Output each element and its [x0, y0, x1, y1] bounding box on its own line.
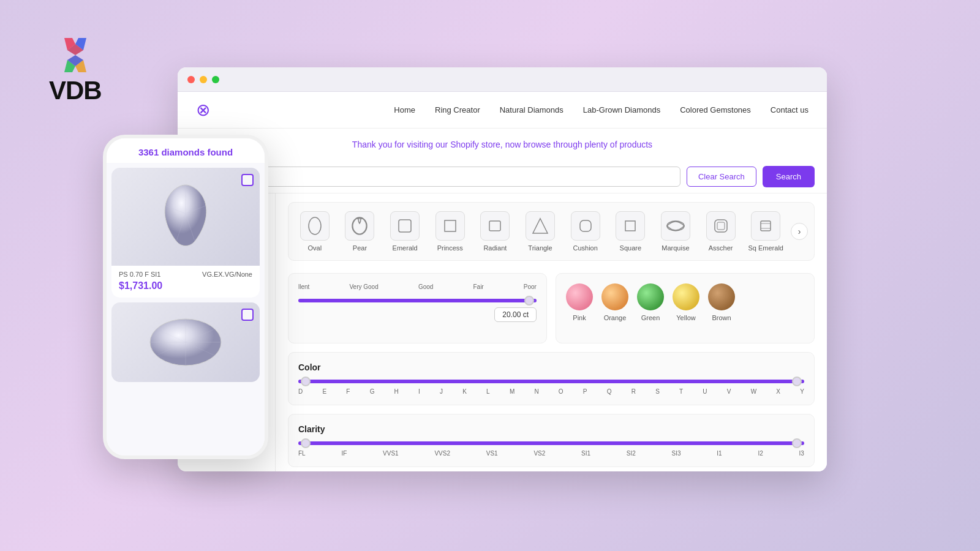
- color-title: Color: [298, 362, 804, 372]
- svg-rect-9: [489, 221, 500, 231]
- clarity-slider-thumb-right[interactable]: [792, 438, 802, 448]
- clear-search-button[interactable]: Clear Search: [687, 167, 756, 187]
- nav-link-lab-grown[interactable]: Lab-Grown Diamonds: [583, 105, 660, 114]
- gem-label-yellow: Yellow: [676, 314, 695, 321]
- color-d: D: [298, 388, 303, 395]
- gem-yellow[interactable]: Yellow: [673, 283, 699, 321]
- cut-label-very-good: Very Good: [349, 283, 378, 290]
- shape-label-cushion: Cushion: [573, 244, 597, 252]
- gem-label-pink: Pink: [573, 314, 586, 321]
- shape-item-pear[interactable]: Pear: [340, 211, 380, 252]
- color-g: G: [370, 388, 375, 395]
- color-l: L: [486, 388, 490, 395]
- shape-label-triangle: Triangle: [528, 244, 552, 252]
- shape-icon-emerald: [390, 211, 420, 241]
- diamond-card-oval: [111, 302, 260, 382]
- vdb-text-label: VDB: [49, 76, 102, 105]
- color-v: V: [727, 388, 731, 395]
- shape-icon-pear: [345, 211, 374, 241]
- clarity-fl: FL: [298, 450, 306, 457]
- card-checkbox-pear[interactable]: [241, 174, 254, 186]
- cut-label-fair: Fair: [473, 283, 483, 290]
- color-t: T: [679, 388, 683, 395]
- shape-icon-cushion: [571, 211, 600, 241]
- gem-brown[interactable]: Brown: [708, 283, 735, 321]
- shape-icon-sq-emerald: [751, 211, 780, 241]
- cut-label-excellent: llent: [298, 283, 309, 290]
- diamonds-found-text: 3361 diamonds found: [138, 147, 233, 157]
- nav-link-contact[interactable]: Contact us: [771, 105, 809, 114]
- shape-next-button[interactable]: ›: [791, 223, 808, 240]
- clarity-vs1: VS1: [486, 450, 498, 457]
- clarity-section: Clarity FL IF VVS1 VVS2 VS1 VS2 S: [288, 414, 815, 467]
- gem-green[interactable]: Green: [637, 283, 664, 321]
- color-p: P: [583, 388, 587, 395]
- shape-label-oval: Oval: [308, 244, 322, 252]
- shape-icon-triangle: [526, 211, 555, 241]
- nav-link-colored-gemstones[interactable]: Colored Gemstones: [680, 105, 751, 114]
- shape-selector: Oval Pear Emerald: [288, 202, 815, 261]
- diamond-card-img-oval: [111, 302, 260, 382]
- color-o: O: [559, 388, 564, 395]
- shape-item-princess[interactable]: Princess: [430, 211, 470, 252]
- color-slider-thumb-left[interactable]: [301, 377, 311, 386]
- nav-link-home[interactable]: Home: [394, 105, 415, 114]
- gem-orange[interactable]: Orange: [601, 283, 628, 321]
- color-n: N: [534, 388, 538, 395]
- shape-item-marquise[interactable]: Marquise: [655, 211, 696, 252]
- gem-label-green: Green: [641, 314, 660, 321]
- shape-item-square[interactable]: Square: [610, 211, 650, 252]
- shape-item-sq-emerald[interactable]: Sq Emerald: [745, 211, 786, 252]
- color-section: Color D E F G H I J: [288, 352, 815, 405]
- banner: Thank you for visiting our Shopify store…: [178, 129, 827, 160]
- shape-label-radiant: Radiant: [483, 244, 507, 252]
- close-dot[interactable]: [187, 76, 195, 83]
- shape-icon-princess: [435, 211, 465, 241]
- color-j: J: [440, 388, 443, 395]
- gem-label-orange: Orange: [604, 314, 627, 321]
- shape-label-princess: Princess: [437, 244, 463, 252]
- color-slider-thumb-right[interactable]: [792, 377, 802, 386]
- svg-rect-11: [580, 220, 591, 231]
- clarity-vvs2: VVS2: [434, 450, 450, 457]
- minimize-dot[interactable]: [200, 76, 207, 83]
- shape-item-radiant[interactable]: Radiant: [475, 211, 516, 252]
- color-y: Y: [800, 388, 804, 395]
- shape-icon-radiant: [480, 211, 510, 241]
- color-i: I: [418, 388, 420, 395]
- diamond-card-info-pear: PS 0.70 F SI1 VG.EX.VG/None $1,731.00: [111, 266, 260, 298]
- diamond-card-pear: PS 0.70 F SI1 VG.EX.VG/None $1,731.00: [111, 168, 260, 298]
- clarity-i2: I2: [758, 450, 763, 457]
- clarity-vvs1: VVS1: [383, 450, 399, 457]
- clarity-slider-thumb-left[interactable]: [301, 438, 311, 448]
- search-area: Clear Search Search: [190, 166, 815, 187]
- search-top-section: Clear Search Search: [178, 160, 827, 193]
- shape-item-asscher[interactable]: Asscher: [701, 211, 741, 252]
- shape-label-emerald: Emerald: [393, 244, 418, 252]
- diamond-price-pear: $1,731.00: [119, 280, 252, 291]
- color-u: U: [703, 388, 707, 395]
- svg-point-6: [309, 217, 321, 234]
- nav-link-natural-diamonds[interactable]: Natural Diamonds: [500, 105, 564, 114]
- banner-text: Thank you for visiting our Shopify store…: [352, 140, 652, 149]
- shape-item-emerald[interactable]: Emerald: [385, 211, 425, 252]
- carat-value-badge: 20.00 ct: [494, 307, 537, 322]
- phone-mockup: 3361 diamonds found: [103, 135, 268, 459]
- carat-slider-thumb[interactable]: [524, 296, 534, 305]
- color-m: M: [510, 388, 514, 395]
- card-checkbox-oval[interactable]: [241, 309, 254, 321]
- shape-item-oval[interactable]: Oval: [295, 211, 335, 252]
- gem-pink[interactable]: Pink: [566, 283, 593, 321]
- nav-link-ring-creator[interactable]: Ring Creator: [435, 105, 480, 114]
- shape-item-cushion[interactable]: Cushion: [565, 211, 606, 252]
- search-button[interactable]: Search: [763, 166, 815, 187]
- browser-window: ⊗ Home Ring Creator Natural Diamonds Lab…: [178, 67, 827, 471]
- shape-icon-marquise: [661, 211, 690, 241]
- svg-rect-7: [399, 220, 411, 232]
- pear-diamond-svg: [158, 180, 213, 253]
- clarity-i3: I3: [799, 450, 804, 457]
- maximize-dot[interactable]: [212, 76, 219, 83]
- color-q: Q: [607, 388, 612, 395]
- shape-item-triangle[interactable]: Triangle: [520, 211, 560, 252]
- gem-circle-yellow: [673, 283, 699, 310]
